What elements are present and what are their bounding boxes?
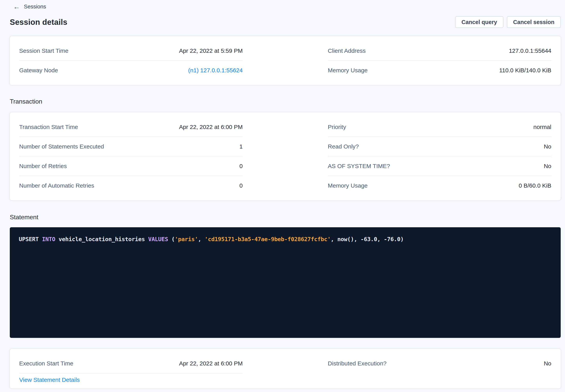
- kv-value: No: [544, 162, 551, 170]
- kv-label: Transaction Start Time: [19, 123, 78, 131]
- kv-value: Apr 22, 2022 at 6:00 PM: [179, 360, 243, 367]
- kv-row: Number of Automatic Retries0: [19, 176, 243, 195]
- kv-label: Memory Usage: [328, 67, 368, 74]
- kv-value: 110.0 KiB/140.0 KiB: [499, 67, 551, 74]
- sql-statement: UPSERT INTO vehicle_location_histories V…: [19, 235, 552, 243]
- statement-code-block: UPSERT INTO vehicle_location_histories V…: [10, 227, 561, 338]
- kv-label: Execution Start Time: [19, 360, 73, 367]
- breadcrumb[interactable]: ← Sessions: [13, 3, 46, 11]
- execution-right-column: Distributed Execution?No: [328, 354, 551, 387]
- kv-label: AS OF SYSTEM TIME?: [328, 162, 390, 170]
- kv-value: 127.0.0.1:55644: [509, 47, 551, 55]
- cancel-query-button[interactable]: Cancel query: [455, 16, 503, 28]
- kv-value: 0: [239, 182, 243, 189]
- transaction-section-heading: Transaction: [10, 97, 561, 106]
- page-title: Session details: [10, 18, 67, 27]
- kv-label: Memory Usage: [328, 182, 368, 189]
- execution-left-column: Execution Start TimeApr 22, 2022 at 6:00…: [19, 354, 243, 387]
- kv-label: Number of Retries: [19, 162, 67, 170]
- kv-value: normal: [533, 123, 551, 131]
- execution-left-rows: Execution Start TimeApr 22, 2022 at 6:00…: [19, 354, 243, 373]
- sql-token-keyword: VALUES: [148, 236, 168, 242]
- kv-value: No: [544, 143, 551, 150]
- breadcrumb-sessions-link[interactable]: Sessions: [24, 3, 46, 10]
- session-summary-card: Session Start TimeApr 22, 2022 at 5:59 P…: [10, 36, 561, 85]
- statement-details-link-row: View Statement Details: [19, 373, 243, 387]
- kv-value: 1: [239, 143, 243, 150]
- sql-token-string: 'cd195171-b3a5-47ae-9beb-f028627fcfbc': [205, 236, 331, 242]
- sql-token-plain: , now(), -63.0, -76.0): [331, 236, 404, 242]
- transaction-right-column: PrioritynormalRead Only?NoAS OF SYSTEM T…: [328, 117, 551, 195]
- kv-row: Session Start TimeApr 22, 2022 at 5:59 P…: [19, 41, 243, 61]
- kv-row: Transaction Start TimeApr 22, 2022 at 6:…: [19, 117, 243, 137]
- kv-label: Session Start Time: [19, 47, 68, 55]
- sql-token-plain: vehicle_location_histories: [55, 236, 148, 242]
- kv-value: 0 B/60.0 KiB: [519, 182, 551, 189]
- kv-row: Memory Usage110.0 KiB/140.0 KiB: [328, 61, 551, 80]
- kv-row: Execution Start TimeApr 22, 2022 at 6:00…: [19, 354, 243, 373]
- kv-row: Distributed Execution?No: [328, 354, 551, 373]
- kv-label: Number of Statements Executed: [19, 143, 104, 150]
- transaction-card: Transaction Start TimeApr 22, 2022 at 6:…: [10, 112, 561, 200]
- back-arrow-icon: ←: [13, 3, 20, 11]
- session-summary-left-column: Session Start TimeApr 22, 2022 at 5:59 P…: [19, 41, 243, 80]
- kv-row: Number of Statements Executed1: [19, 137, 243, 156]
- kv-row: Gateway Node(n1) 127.0.0.1:55624: [19, 61, 243, 80]
- kv-value: Apr 22, 2022 at 6:00 PM: [179, 123, 243, 131]
- view-statement-details-link[interactable]: View Statement Details: [19, 377, 80, 383]
- cancel-session-button[interactable]: Cancel session: [507, 16, 561, 28]
- kv-row: Read Only?No: [328, 137, 551, 156]
- kv-row: Number of Retries0: [19, 156, 243, 176]
- kv-label: Client Address: [328, 47, 366, 55]
- sql-token-keyword: INTO: [42, 236, 55, 242]
- kv-row: Memory Usage0 B/60.0 KiB: [328, 176, 551, 195]
- sql-token-plain: ,: [198, 236, 205, 242]
- sql-token-plain: UPSERT: [19, 236, 42, 242]
- execution-card: Execution Start TimeApr 22, 2022 at 6:00…: [10, 349, 561, 389]
- session-summary-right-column: Client Address127.0.0.1:55644Memory Usag…: [328, 41, 551, 80]
- transaction-left-column: Transaction Start TimeApr 22, 2022 at 6:…: [19, 117, 243, 195]
- statement-section-heading: Statement: [10, 213, 561, 221]
- session-details-page: ← Sessions Session details Cancel query …: [0, 0, 565, 389]
- kv-value: 0: [239, 162, 243, 170]
- header-actions: Cancel query Cancel session: [455, 16, 561, 28]
- kv-label: Number of Automatic Retries: [19, 182, 94, 189]
- kv-value-link[interactable]: (n1) 127.0.0.1:55624: [188, 67, 243, 74]
- kv-label: Read Only?: [328, 143, 359, 150]
- kv-row: Client Address127.0.0.1:55644: [328, 41, 551, 61]
- kv-value: No: [544, 360, 551, 367]
- page-header: Session details Cancel query Cancel sess…: [10, 16, 561, 28]
- sql-token-plain: (: [168, 236, 175, 242]
- kv-label: Priority: [328, 123, 346, 131]
- sql-token-string: 'paris': [175, 236, 198, 242]
- kv-label: Distributed Execution?: [328, 360, 387, 367]
- kv-label: Gateway Node: [19, 67, 58, 74]
- kv-row: Prioritynormal: [328, 117, 551, 137]
- kv-value: Apr 22, 2022 at 5:59 PM: [179, 47, 243, 55]
- kv-row: AS OF SYSTEM TIME?No: [328, 156, 551, 176]
